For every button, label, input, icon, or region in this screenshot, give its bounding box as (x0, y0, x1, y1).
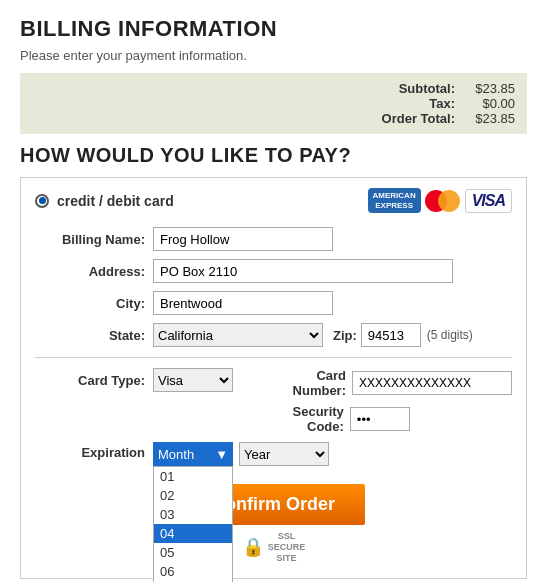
form-divider (35, 357, 512, 358)
order-summary: Subtotal: $23.85 Tax: $0.00 Order Total:… (20, 73, 527, 134)
card-number-row: CardNumber: (293, 368, 512, 398)
page-subtitle: Please enter your payment information. (20, 48, 527, 63)
zip-label: Zip: (333, 328, 357, 343)
state-label: State: (35, 328, 145, 343)
card-right-section: CardNumber: SecurityCode: (293, 368, 512, 434)
state-select[interactable]: California (153, 323, 323, 347)
month-selected-label: Month (158, 447, 194, 462)
card-type-field-label: Card Type: (35, 373, 145, 388)
billing-name-label: Billing Name: (35, 232, 145, 247)
pay-title: HOW WOULD YOU LIKE TO PAY? (20, 144, 527, 167)
card-details-row: Card Type: Visa Mastercard Amex CardNumb… (35, 368, 512, 434)
city-row: City: (35, 291, 512, 315)
visa-logo: VISA (465, 189, 512, 213)
ssl-badge: 🔒 SSL SECURE SITE (242, 531, 306, 563)
ssl-icon: 🔒 (242, 536, 264, 558)
zip-hint: (5 digits) (427, 328, 473, 342)
address-row: Address: (35, 259, 512, 283)
payment-box: credit / debit card AMERICANEXPRESS VISA… (20, 177, 527, 579)
month-option-03[interactable]: 03 (154, 505, 232, 524)
billing-name-input[interactable] (153, 227, 333, 251)
address-label: Address: (35, 264, 145, 279)
month-option-06[interactable]: 06 (154, 562, 232, 581)
month-option-05[interactable]: 05 (154, 543, 232, 562)
card-type-select[interactable]: Visa Mastercard Amex (153, 368, 233, 392)
month-option-02[interactable]: 02 (154, 486, 232, 505)
credit-card-radio[interactable] (35, 194, 49, 208)
year-select[interactable]: Year 2024 2025 2026 2027 (239, 442, 329, 466)
month-chevron: ▼ (215, 447, 228, 462)
billing-name-row: Billing Name: (35, 227, 512, 251)
card-number-label: CardNumber: (293, 368, 346, 398)
security-code-input[interactable] (350, 407, 410, 431)
amex-logo: AMERICANEXPRESS (368, 188, 421, 213)
month-option-01[interactable]: 01 (154, 467, 232, 486)
month-select-box[interactable]: Month ▼ (153, 442, 233, 466)
month-dropdown-list: 01 02 03 04 05 06 07 08 09 10 11 12 (153, 466, 233, 582)
mastercard-logo (425, 189, 461, 213)
month-dropdown-container: Month ▼ 01 02 03 04 05 06 07 08 09 10 11… (153, 442, 233, 466)
expiration-row: Expiration Month ▼ 01 02 03 04 05 06 07 … (35, 442, 512, 466)
billing-title: BILLING INFORMATION (20, 16, 527, 42)
card-number-input[interactable] (352, 371, 512, 395)
credit-card-label: credit / debit card (57, 193, 174, 209)
card-type-header: credit / debit card AMERICANEXPRESS VISA (35, 188, 512, 213)
security-code-label: SecurityCode: (293, 404, 344, 434)
city-label: City: (35, 296, 145, 311)
tax-value: $0.00 (465, 96, 515, 111)
subtotal-value: $23.85 (465, 81, 515, 96)
tax-label: Tax: (375, 96, 455, 111)
address-input[interactable] (153, 259, 453, 283)
order-total-value: $23.85 (465, 111, 515, 126)
card-type-section: Card Type: Visa Mastercard Amex (35, 368, 233, 392)
ssl-text: SSL SECURE SITE (268, 531, 306, 563)
confirm-section: Confirm Order 🔒 SSL SECURE SITE (35, 474, 512, 563)
city-input[interactable] (153, 291, 333, 315)
subtotal-label: Subtotal: (375, 81, 455, 96)
state-zip-row: State: California Zip: (5 digits) (35, 323, 512, 347)
order-total-label: Order Total: (375, 111, 455, 126)
card-logos: AMERICANEXPRESS VISA (368, 188, 512, 213)
expiration-label: Expiration (35, 442, 145, 460)
card-type-label: credit / debit card (35, 193, 174, 209)
security-code-row: SecurityCode: (293, 404, 410, 434)
month-option-04[interactable]: 04 (154, 524, 232, 543)
zip-input[interactable] (361, 323, 421, 347)
